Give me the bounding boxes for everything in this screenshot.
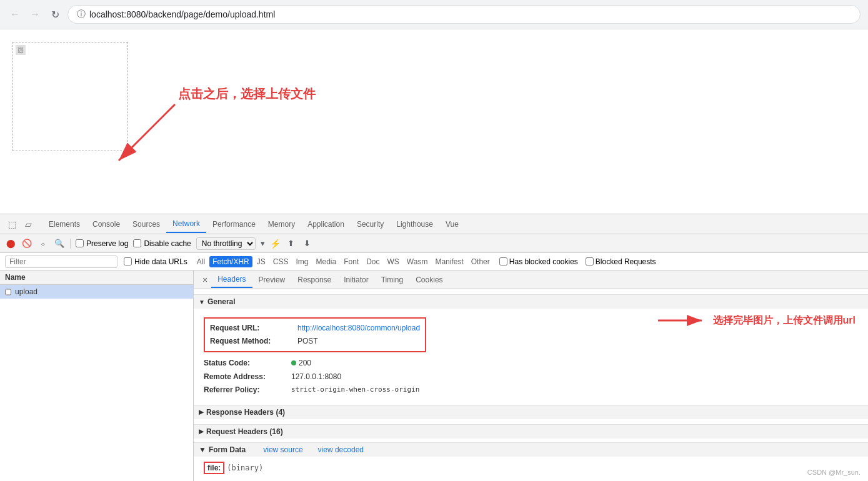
download-icon[interactable]: ⬇ [302, 238, 313, 249]
forward-button[interactable]: → [27, 7, 42, 22]
tab-sources[interactable]: Sources [126, 216, 166, 232]
throttling-select[interactable]: No throttling [196, 237, 256, 250]
devtools-panel: ⬚ ▱ Elements Console Sources Network Per… [0, 214, 868, 481]
broken-image-icon: 🖼 [16, 45, 26, 55]
request-headers-section-header[interactable]: ▶ Request Headers (16) [194, 424, 868, 439]
filter-input[interactable] [5, 255, 117, 268]
detail-tab-initiator[interactable]: Initiator [337, 272, 374, 287]
general-section-header[interactable]: ▼ General [194, 294, 868, 309]
hide-data-urls-input[interactable] [124, 257, 132, 265]
form-data-arrow-icon: ▼ [199, 445, 206, 454]
disable-cache-checkbox[interactable]: Disable cache [133, 239, 191, 248]
blocked-requests-input[interactable] [586, 257, 594, 265]
has-blocked-cookies-checkbox[interactable]: Has blocked cookies [499, 257, 578, 266]
filter-btn-manifest[interactable]: Manifest [432, 256, 466, 267]
search-icon[interactable]: 🔍 [54, 238, 65, 249]
filter-btn-doc[interactable]: Doc [363, 256, 382, 267]
blocked-requests-checkbox[interactable]: Blocked Requests [586, 257, 656, 266]
request-item-name: upload [15, 287, 37, 296]
general-arrow-icon: ▼ [199, 299, 205, 305]
detail-tab-response[interactable]: Response [291, 272, 337, 287]
filter-icon[interactable]: ⬦ [37, 238, 49, 249]
hide-data-urls-checkbox[interactable]: Hide data URLs [124, 257, 187, 266]
filter-btn-img[interactable]: Img [292, 256, 311, 267]
tab-application[interactable]: Application [301, 216, 351, 232]
form-data-section-header[interactable]: ▼ Form Data view source view decoded [194, 442, 868, 457]
toolbar-divider [70, 239, 71, 249]
devtools-tabs-row: ⬚ ▱ Elements Console Sources Network Per… [0, 214, 868, 234]
filter-row: Hide data URLs All Fetch/XHR JS CSS Img … [0, 253, 868, 270]
response-headers-section-header[interactable]: ▶ Response Headers (4) [194, 405, 868, 419]
network-toolbar: ⬤ 🚫 ⬦ 🔍 Preserve log Disable cache No th… [0, 234, 868, 253]
blocked-cookies-input[interactable] [499, 257, 507, 265]
back-button[interactable]: ← [7, 7, 22, 22]
preserve-log-input[interactable] [76, 239, 84, 247]
request-method-value: POST [297, 335, 318, 347]
remote-address-label: Remote Address: [204, 371, 291, 383]
referrer-policy-value: strict-origin-when-cross-origin [291, 384, 419, 395]
detail-tab-preview[interactable]: Preview [252, 272, 292, 287]
request-item[interactable]: upload [0, 285, 193, 299]
status-dot-icon [291, 360, 296, 365]
upload-icon[interactable]: ⬆ [286, 238, 297, 249]
tab-vue[interactable]: Vue [439, 216, 465, 232]
view-source-link[interactable]: view source [263, 445, 302, 454]
filter-btn-font[interactable]: Font [341, 256, 362, 267]
request-method-row: Request Method: POST [210, 335, 420, 347]
request-url-row: Request URL: http://localhost:8080/commo… [210, 322, 420, 334]
filter-btn-media[interactable]: Media [312, 256, 339, 267]
disable-cache-input[interactable] [133, 239, 141, 247]
form-data-title: Form Data [209, 445, 246, 454]
devtools-main: Name upload × Headers Preview Response I… [0, 270, 868, 481]
clear-button[interactable]: 🚫 [21, 238, 32, 249]
request-headers-arrow-icon: ▶ [199, 428, 204, 435]
element-selector-icon[interactable]: ⬚ [5, 217, 19, 231]
reload-button[interactable]: ↻ [47, 7, 62, 22]
address-bar[interactable]: ⓘ localhost:8080/backend/page/demo/uploa… [67, 5, 861, 24]
referrer-policy-label: Referrer Policy: [204, 384, 291, 396]
form-data-file-row: file: (binary) [194, 459, 868, 477]
request-url-value[interactable]: http://localhost:8080/common/upload [297, 322, 420, 334]
remote-address-row: Remote Address: 127.0.0.1:8080 [204, 371, 858, 383]
filter-btn-css[interactable]: CSS [270, 256, 292, 267]
filter-btn-ws[interactable]: WS [384, 256, 402, 267]
tab-performance[interactable]: Performance [206, 216, 262, 232]
tab-elements[interactable]: Elements [42, 216, 86, 232]
detail-tab-headers[interactable]: Headers [211, 272, 252, 288]
request-details-panel: × Headers Preview Response Initiator Tim… [194, 270, 868, 481]
remote-address-value: 127.0.0.1:8080 [291, 371, 341, 383]
record-button[interactable]: ⬤ [5, 238, 16, 249]
url-text: localhost:8080/backend/page/demo/upload.… [89, 9, 275, 19]
filter-btn-fetch-xhr[interactable]: Fetch/XHR [209, 256, 252, 267]
page-content: 🖼 点击之后，选择上传文件 [0, 29, 868, 214]
tab-security[interactable]: Security [351, 216, 390, 232]
preserve-log-checkbox[interactable]: Preserve log [76, 239, 128, 248]
request-method-label: Request Method: [210, 335, 297, 347]
tab-console[interactable]: Console [86, 216, 126, 232]
close-detail-button[interactable]: × [199, 275, 211, 285]
tab-lighthouse[interactable]: Lighthouse [390, 216, 439, 232]
response-headers-arrow-icon: ▶ [199, 409, 204, 415]
request-list-header: Name [0, 270, 193, 285]
tab-memory[interactable]: Memory [262, 216, 301, 232]
detail-tabs-row: × Headers Preview Response Initiator Tim… [194, 270, 868, 289]
browser-chrome: ← → ↻ ⓘ localhost:8080/backend/page/demo… [0, 0, 868, 29]
device-toggle-icon[interactable]: ▱ [21, 217, 35, 231]
detail-tab-cookies[interactable]: Cookies [409, 272, 449, 287]
filter-btn-wasm[interactable]: Wasm [404, 256, 431, 267]
referrer-policy-row: Referrer Policy: strict-origin-when-cros… [204, 384, 858, 396]
view-decoded-link[interactable]: view decoded [318, 445, 364, 454]
request-item-checkbox[interactable] [5, 288, 11, 296]
filter-btn-js[interactable]: JS [254, 256, 269, 267]
status-code-value: 200 [291, 357, 311, 369]
filter-btn-all[interactable]: All [194, 256, 208, 267]
general-section-wrapper: ▼ General Request URL: http://localhost:… [194, 294, 868, 400]
request-url-box: Request URL: http://localhost:8080/commo… [204, 317, 426, 352]
detail-tab-timing[interactable]: Timing [375, 272, 410, 287]
general-title: General [207, 297, 236, 306]
lock-icon: ⓘ [77, 9, 86, 20]
watermark: CSDN @Mr_sun. [807, 469, 861, 476]
tab-network[interactable]: Network [166, 216, 206, 233]
filter-btn-other[interactable]: Other [468, 256, 493, 267]
request-list-panel: Name upload [0, 270, 194, 481]
